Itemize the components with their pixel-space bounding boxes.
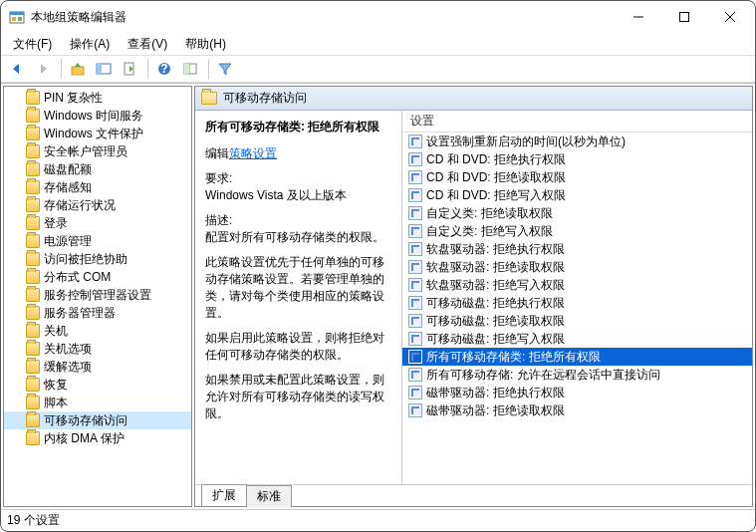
tree-item[interactable]: 分布式 COM — [4, 268, 191, 286]
policy-item[interactable]: 软盘驱动器: 拒绝写入权限 — [402, 276, 752, 294]
policy-icon — [408, 314, 422, 328]
tree-item-label: 登录 — [44, 215, 68, 232]
tree-item[interactable]: 内核 DMA 保护 — [4, 429, 191, 447]
tree-item-label: 访问被拒绝协助 — [44, 251, 127, 268]
minimize-button[interactable] — [616, 2, 661, 32]
policy-item[interactable]: 所有可移动存储类: 拒绝所有权限 — [402, 348, 752, 366]
policy-item[interactable]: 磁带驱动器: 拒绝执行权限 — [402, 384, 752, 401]
show-hide-tree-button[interactable] — [92, 57, 116, 81]
tree-item[interactable]: Windows 文件保护 — [4, 125, 191, 142]
policy-item-label: 磁带驱动器: 拒绝读取权限 — [426, 402, 565, 419]
policy-item-label: 软盘驱动器: 拒绝写入权限 — [426, 277, 565, 294]
maximize-button[interactable] — [661, 2, 707, 32]
policy-item[interactable]: 自定义类: 拒绝写入权限 — [402, 222, 752, 240]
menu-file[interactable]: 文件(F) — [5, 34, 60, 55]
policy-item[interactable]: 所有可移动存储: 允许在远程会话中直接访问 — [402, 366, 752, 384]
tree-item-label: 安全帐户管理员 — [44, 143, 127, 160]
tree-item-label: 磁盘配额 — [44, 161, 92, 178]
policy-item[interactable]: 软盘驱动器: 拒绝执行权限 — [402, 240, 752, 258]
tree-item[interactable]: 缓解选项 — [4, 358, 191, 376]
policy-item[interactable]: CD 和 DVD: 拒绝读取权限 — [402, 168, 752, 186]
titlebar[interactable]: 本地组策略编辑器 — [1, 1, 755, 33]
tree-item[interactable]: 关机 — [4, 322, 191, 340]
policy-icon — [408, 206, 422, 220]
folder-icon — [26, 360, 40, 374]
tree-item-label: 缓解选项 — [44, 359, 92, 376]
help-button[interactable]: ? — [152, 57, 176, 81]
policy-item[interactable]: 可移动磁盘: 拒绝写入权限 — [402, 330, 752, 348]
tree-item-label: 存储感知 — [44, 179, 92, 196]
policy-item[interactable]: 软盘驱动器: 拒绝读取权限 — [402, 258, 752, 276]
export-button[interactable] — [118, 57, 141, 81]
separator — [147, 59, 148, 79]
tree-item-label: 可移动存储访问 — [44, 412, 127, 429]
details-header-title: 可移动存储访问 — [223, 90, 307, 107]
menu-action[interactable]: 操作(A) — [62, 34, 118, 55]
tree-item[interactable]: 电源管理 — [4, 232, 191, 250]
policy-list[interactable]: 设置 设置强制重新启动的时间(以秒为单位)CD 和 DVD: 拒绝执行权限CD … — [402, 111, 752, 484]
tree-item[interactable]: 恢复 — [4, 376, 191, 394]
details-pane: 可移动存储访问 所有可移动存储类: 拒绝所有权限 编辑策略设置 要求: Wind… — [194, 86, 753, 507]
folder-icon — [26, 324, 40, 338]
description-label: 描述: — [205, 213, 232, 227]
tree-item[interactable]: 服务器管理器 — [4, 304, 191, 322]
edit-policy-link[interactable]: 策略设置 — [229, 146, 277, 160]
tree-item[interactable]: PIN 复杂性 — [4, 89, 191, 107]
tree-item[interactable]: 可移动存储访问 — [4, 411, 191, 429]
tree-item-label: Windows 时间服务 — [44, 108, 143, 125]
svg-rect-10 — [97, 64, 102, 74]
column-header-setting[interactable]: 设置 — [402, 111, 752, 133]
policy-item[interactable]: CD 和 DVD: 拒绝执行权限 — [402, 150, 752, 168]
tree-item[interactable]: 关机选项 — [4, 340, 191, 358]
folder-icon — [26, 127, 40, 140]
description-text-2: 此策略设置优先于任何单独的可移动存储策略设置。若要管理单独的类，请对每个类使用相… — [205, 254, 391, 322]
policy-item[interactable]: 自定义类: 拒绝读取权限 — [402, 204, 752, 222]
svg-rect-3 — [18, 17, 22, 21]
policy-item[interactable]: CD 和 DVD: 拒绝写入权限 — [402, 186, 752, 204]
tree-item[interactable]: 脚本 — [4, 394, 191, 411]
svg-rect-16 — [184, 64, 189, 74]
policy-item[interactable]: 设置强制重新启动的时间(以秒为单位) — [402, 133, 752, 150]
tree-item-label: 脚本 — [44, 395, 68, 411]
menu-view[interactable]: 查看(V) — [120, 34, 175, 55]
tree-pane[interactable]: PIN 复杂性Windows 时间服务Windows 文件保护安全帐户管理员磁盘… — [3, 86, 192, 507]
app-icon — [9, 9, 25, 25]
tree-item[interactable]: 登录 — [4, 214, 191, 232]
up-button[interactable] — [66, 57, 90, 81]
tree-item[interactable]: 存储运行状况 — [4, 196, 191, 214]
folder-icon — [26, 396, 40, 409]
tree-item-label: 服务控制管理器设置 — [44, 287, 151, 304]
tree-item[interactable]: 磁盘配额 — [4, 160, 191, 178]
close-button[interactable] — [707, 2, 753, 32]
policy-item[interactable]: 磁带驱动器: 拒绝读取权限 — [402, 401, 752, 419]
svg-rect-1 — [10, 12, 24, 15]
folder-icon — [26, 91, 40, 105]
forward-button[interactable] — [31, 57, 55, 81]
toolbar: ? — [1, 55, 755, 83]
policy-item[interactable]: 可移动磁盘: 拒绝读取权限 — [402, 312, 752, 330]
policy-icon — [408, 260, 422, 274]
policy-item-label: CD 和 DVD: 拒绝读取权限 — [426, 169, 566, 186]
folder-icon — [26, 180, 40, 194]
tree-item[interactable]: 服务控制管理器设置 — [4, 286, 191, 304]
policy-item-label: CD 和 DVD: 拒绝执行权限 — [426, 151, 566, 168]
folder-icon — [26, 306, 40, 320]
requirements-value: Windows Vista 及以上版本 — [205, 188, 347, 202]
tree-item[interactable]: 存储感知 — [4, 178, 191, 196]
view-tabs: 扩展 标准 — [195, 484, 752, 506]
tree-item-label: 关机选项 — [44, 341, 92, 358]
policy-title: 所有可移动存储类: 拒绝所有权限 — [205, 119, 391, 135]
tree-item[interactable]: Windows 时间服务 — [4, 107, 191, 125]
svg-rect-8 — [72, 67, 84, 75]
properties-button[interactable] — [178, 57, 202, 81]
back-button[interactable] — [5, 57, 29, 81]
filter-button[interactable] — [213, 57, 237, 81]
policy-item[interactable]: 可移动磁盘: 拒绝执行权限 — [402, 294, 752, 312]
tree-item[interactable]: 访问被拒绝协助 — [4, 250, 191, 268]
folder-icon — [26, 144, 40, 158]
tab-extended[interactable]: 扩展 — [201, 484, 247, 506]
policy-item-label: 可移动磁盘: 拒绝执行权限 — [426, 295, 565, 312]
tree-item[interactable]: 安全帐户管理员 — [4, 142, 191, 160]
tab-standard[interactable]: 标准 — [246, 485, 292, 507]
menu-help[interactable]: 帮助(H) — [177, 34, 234, 55]
